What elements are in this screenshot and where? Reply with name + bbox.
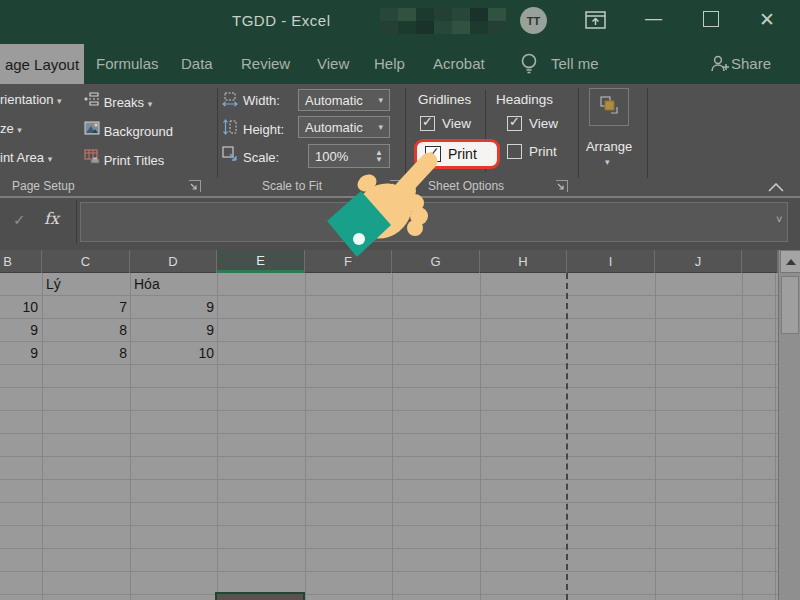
cell-c3[interactable]: 8 bbox=[44, 322, 127, 342]
gridlines-view-label[interactable]: View bbox=[442, 116, 471, 131]
arrange-button[interactable] bbox=[589, 88, 629, 126]
cell-c4[interactable]: 8 bbox=[44, 345, 127, 365]
print-titles-button[interactable]: Print Titles bbox=[84, 149, 164, 168]
column-header-h[interactable]: H bbox=[480, 250, 567, 273]
height-label: Height: bbox=[243, 122, 284, 137]
share-button[interactable]: Share bbox=[731, 55, 771, 72]
vertical-scrollbar[interactable] bbox=[778, 250, 800, 600]
headings-print-label[interactable]: Print bbox=[529, 144, 557, 159]
arrange-caret[interactable]: ▾ bbox=[605, 157, 610, 167]
maximize-button[interactable] bbox=[703, 11, 719, 27]
column-header-partial[interactable] bbox=[742, 250, 778, 273]
lightbulb-icon bbox=[519, 52, 539, 80]
breaks-icon bbox=[84, 91, 100, 107]
headings-print-checkbox[interactable] bbox=[507, 144, 522, 159]
scrollbar-thumb[interactable] bbox=[781, 276, 799, 334]
tab-view[interactable]: View bbox=[317, 55, 349, 72]
tab-page-layout-active[interactable]: age Layout bbox=[0, 44, 84, 84]
ribbon-tab-bar: age Layout Formulas Data Review View Hel… bbox=[0, 44, 800, 84]
share-person-icon bbox=[709, 54, 729, 78]
scale-icon bbox=[222, 146, 238, 162]
expand-formula-bar-icon[interactable]: ˅ bbox=[776, 213, 782, 225]
collapse-ribbon-icon[interactable] bbox=[768, 178, 784, 196]
selection-box-bottom bbox=[215, 592, 305, 600]
print-titles-icon bbox=[84, 149, 100, 165]
orientation-button[interactable]: rientation ▾ bbox=[0, 92, 62, 107]
breaks-button[interactable]: Breaks ▾ bbox=[84, 91, 152, 110]
column-header-j[interactable]: J bbox=[655, 250, 742, 273]
scroll-up-button[interactable] bbox=[780, 250, 800, 273]
arrange-label[interactable]: Arrange bbox=[583, 139, 635, 154]
divider bbox=[76, 200, 77, 244]
page-setup-dialog-launcher[interactable] bbox=[189, 180, 201, 192]
minimize-button[interactable]: — bbox=[645, 9, 662, 29]
insert-function-icon[interactable]: fx bbox=[44, 209, 59, 228]
column-header-b[interactable]: B bbox=[0, 250, 42, 273]
column-header-d[interactable]: D bbox=[130, 250, 217, 273]
width-dropdown[interactable]: Automatic▾ bbox=[298, 89, 390, 111]
group-divider bbox=[217, 88, 218, 178]
headings-label: Headings bbox=[496, 92, 553, 107]
sheet-options-dialog-launcher[interactable] bbox=[556, 180, 568, 192]
width-label: Width: bbox=[243, 93, 280, 108]
arrange-icon bbox=[598, 94, 620, 120]
tab-review[interactable]: Review bbox=[241, 55, 290, 72]
print-area-button[interactable]: int Area ▾ bbox=[0, 150, 52, 165]
cell-c1[interactable]: Lý bbox=[46, 276, 126, 296]
group-label-page-setup: Page Setup bbox=[12, 179, 75, 193]
pointing-hand-cursor bbox=[323, 147, 463, 265]
size-button[interactable]: ze ▾ bbox=[0, 121, 22, 136]
tab-help[interactable]: Help bbox=[374, 55, 405, 72]
column-header-i[interactable]: I bbox=[567, 250, 655, 273]
cell-b4[interactable]: 9 bbox=[0, 345, 38, 365]
column-header-e-selected[interactable]: E bbox=[217, 250, 305, 273]
ribbon-display-options-icon[interactable] bbox=[585, 11, 606, 34]
scale-label: Scale: bbox=[243, 150, 279, 165]
tab-data[interactable]: Data bbox=[181, 55, 213, 72]
tab-acrobat[interactable]: Acrobat bbox=[433, 55, 485, 72]
column-header-c[interactable]: C bbox=[42, 250, 130, 273]
background-icon bbox=[84, 120, 100, 136]
headings-view-label[interactable]: View bbox=[529, 116, 558, 131]
window-title: TGDD - Excel bbox=[232, 12, 331, 29]
title-bar: TGDD - Excel TT — ✕ bbox=[0, 0, 800, 44]
tab-formulas[interactable]: Formulas bbox=[96, 55, 159, 72]
cell-d1[interactable]: Hóa bbox=[134, 276, 214, 296]
group-divider bbox=[647, 88, 648, 178]
height-icon bbox=[222, 119, 238, 135]
background-button[interactable]: Background bbox=[84, 120, 173, 139]
group-divider bbox=[578, 88, 579, 178]
width-icon bbox=[222, 92, 238, 108]
cell-d3[interactable]: 9 bbox=[132, 322, 214, 342]
height-dropdown[interactable]: Automatic▾ bbox=[298, 116, 390, 138]
cell-c2[interactable]: 7 bbox=[44, 299, 127, 319]
headings-view-checkbox[interactable] bbox=[507, 116, 522, 131]
enter-check-icon[interactable]: ✓ bbox=[13, 211, 26, 229]
avatar[interactable]: TT bbox=[520, 7, 547, 34]
cell-d2[interactable]: 9 bbox=[132, 299, 214, 319]
spreadsheet-grid[interactable]: Lý Hóa 10 7 9 9 8 9 9 8 10 bbox=[0, 273, 778, 600]
gridlines-view-checkbox[interactable] bbox=[420, 116, 435, 131]
blurred-username bbox=[380, 8, 506, 34]
cell-b3[interactable]: 9 bbox=[0, 322, 38, 342]
cell-d4[interactable]: 10 bbox=[132, 345, 214, 365]
group-label-scale-to-fit: Scale to Fit bbox=[262, 179, 322, 193]
tell-me[interactable]: Tell me bbox=[551, 55, 599, 72]
close-button[interactable]: ✕ bbox=[759, 8, 775, 31]
gridlines-label: Gridlines bbox=[418, 92, 471, 107]
page-break-dashed-line bbox=[566, 273, 568, 600]
cell-b2[interactable]: 10 bbox=[0, 299, 38, 319]
